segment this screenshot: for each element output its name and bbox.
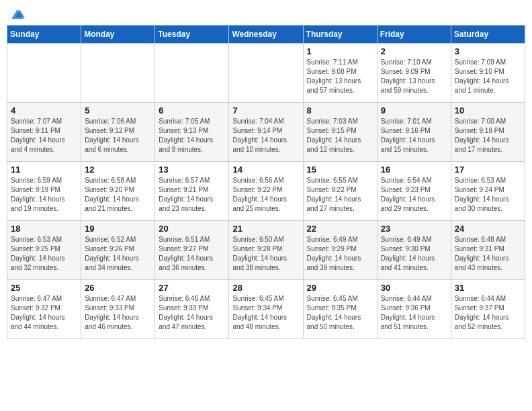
day-number: 25 bbox=[11, 283, 78, 293]
day-detail: Sunrise: 6:53 AM Sunset: 9:25 PM Dayligh… bbox=[11, 235, 78, 273]
col-header-tuesday: Tuesday bbox=[155, 25, 229, 43]
day-number: 5 bbox=[85, 105, 152, 116]
day-number: 8 bbox=[307, 105, 374, 116]
day-number: 17 bbox=[455, 165, 522, 175]
day-detail: Sunrise: 6:49 AM Sunset: 9:30 PM Dayligh… bbox=[381, 235, 448, 273]
day-detail: Sunrise: 7:06 AM Sunset: 9:12 PM Dayligh… bbox=[85, 117, 152, 154]
day-detail: Sunrise: 7:04 AM Sunset: 9:14 PM Dayligh… bbox=[232, 117, 300, 154]
day-detail: Sunrise: 6:45 AM Sunset: 9:34 PM Dayligh… bbox=[232, 294, 300, 332]
calendar-cell: 24Sunrise: 6:48 AM Sunset: 9:31 PM Dayli… bbox=[451, 220, 525, 279]
day-number: 2 bbox=[381, 46, 448, 56]
calendar-cell: 29Sunrise: 6:45 AM Sunset: 9:35 PM Dayli… bbox=[303, 279, 377, 338]
calendar-cell: 18Sunrise: 6:53 AM Sunset: 9:25 PM Dayli… bbox=[7, 220, 81, 279]
day-number: 3 bbox=[455, 46, 522, 56]
day-detail: Sunrise: 7:01 AM Sunset: 9:16 PM Dayligh… bbox=[381, 117, 448, 154]
col-header-sunday: Sunday bbox=[7, 25, 81, 43]
col-header-friday: Friday bbox=[377, 25, 451, 43]
day-detail: Sunrise: 7:05 AM Sunset: 9:13 PM Dayligh… bbox=[159, 117, 226, 154]
day-detail: Sunrise: 6:51 AM Sunset: 9:27 PM Dayligh… bbox=[159, 235, 226, 273]
calendar-cell: 30Sunrise: 6:44 AM Sunset: 9:36 PM Dayli… bbox=[377, 279, 451, 338]
calendar-cell bbox=[81, 43, 155, 102]
calendar-cell: 11Sunrise: 6:59 AM Sunset: 9:19 PM Dayli… bbox=[7, 161, 81, 220]
day-number: 23 bbox=[381, 224, 448, 234]
col-header-thursday: Thursday bbox=[303, 25, 377, 43]
day-detail: Sunrise: 6:44 AM Sunset: 9:36 PM Dayligh… bbox=[381, 294, 448, 332]
day-detail: Sunrise: 6:48 AM Sunset: 9:31 PM Dayligh… bbox=[455, 235, 522, 273]
page-header bbox=[7, 7, 525, 21]
calendar-cell: 12Sunrise: 6:58 AM Sunset: 9:20 PM Dayli… bbox=[81, 161, 155, 220]
day-number: 7 bbox=[232, 105, 300, 116]
day-number: 26 bbox=[85, 283, 152, 293]
day-number: 11 bbox=[11, 165, 78, 175]
day-number: 1 bbox=[307, 46, 374, 56]
day-detail: Sunrise: 6:47 AM Sunset: 9:32 PM Dayligh… bbox=[11, 294, 78, 332]
col-header-saturday: Saturday bbox=[451, 25, 525, 43]
day-detail: Sunrise: 6:57 AM Sunset: 9:21 PM Dayligh… bbox=[159, 176, 226, 214]
calendar-cell: 20Sunrise: 6:51 AM Sunset: 9:27 PM Dayli… bbox=[155, 220, 229, 279]
calendar-cell: 5Sunrise: 7:06 AM Sunset: 9:12 PM Daylig… bbox=[81, 102, 155, 161]
day-detail: Sunrise: 6:54 AM Sunset: 9:23 PM Dayligh… bbox=[381, 176, 448, 214]
day-detail: Sunrise: 6:45 AM Sunset: 9:35 PM Dayligh… bbox=[307, 294, 374, 332]
day-detail: Sunrise: 6:44 AM Sunset: 9:37 PM Dayligh… bbox=[455, 294, 522, 332]
calendar-cell: 10Sunrise: 7:00 AM Sunset: 9:18 PM Dayli… bbox=[451, 102, 525, 161]
day-number: 24 bbox=[455, 224, 522, 234]
calendar-cell: 21Sunrise: 6:50 AM Sunset: 9:28 PM Dayli… bbox=[229, 220, 303, 279]
day-detail: Sunrise: 6:50 AM Sunset: 9:28 PM Dayligh… bbox=[232, 235, 300, 273]
day-number: 15 bbox=[307, 165, 374, 175]
day-detail: Sunrise: 6:58 AM Sunset: 9:20 PM Dayligh… bbox=[85, 176, 152, 214]
calendar-cell: 2Sunrise: 7:10 AM Sunset: 9:09 PM Daylig… bbox=[377, 43, 451, 102]
calendar-cell: 27Sunrise: 6:46 AM Sunset: 9:33 PM Dayli… bbox=[155, 279, 229, 338]
day-detail: Sunrise: 7:07 AM Sunset: 9:11 PM Dayligh… bbox=[11, 117, 78, 154]
day-detail: Sunrise: 6:52 AM Sunset: 9:26 PM Dayligh… bbox=[85, 235, 152, 273]
calendar-cell: 9Sunrise: 7:01 AM Sunset: 9:16 PM Daylig… bbox=[377, 102, 451, 161]
day-number: 21 bbox=[232, 224, 300, 234]
calendar-cell: 28Sunrise: 6:45 AM Sunset: 9:34 PM Dayli… bbox=[229, 279, 303, 338]
calendar-table: SundayMondayTuesdayWednesdayThursdayFrid… bbox=[7, 25, 525, 339]
logo bbox=[9, 7, 26, 21]
day-number: 20 bbox=[159, 224, 226, 234]
day-number: 16 bbox=[381, 165, 448, 175]
logo-text bbox=[9, 7, 26, 22]
day-number: 4 bbox=[11, 105, 78, 116]
day-number: 28 bbox=[232, 283, 300, 293]
day-detail: Sunrise: 6:56 AM Sunset: 9:22 PM Dayligh… bbox=[232, 176, 300, 214]
col-header-wednesday: Wednesday bbox=[229, 25, 303, 43]
day-number: 19 bbox=[85, 224, 152, 234]
calendar-cell: 7Sunrise: 7:04 AM Sunset: 9:14 PM Daylig… bbox=[229, 102, 303, 161]
calendar-cell: 26Sunrise: 6:47 AM Sunset: 9:33 PM Dayli… bbox=[81, 279, 155, 338]
day-number: 13 bbox=[159, 165, 226, 175]
calendar-cell: 25Sunrise: 6:47 AM Sunset: 9:32 PM Dayli… bbox=[7, 279, 81, 338]
day-detail: Sunrise: 7:11 AM Sunset: 9:08 PM Dayligh… bbox=[307, 58, 374, 95]
day-number: 22 bbox=[307, 224, 374, 234]
day-detail: Sunrise: 7:10 AM Sunset: 9:09 PM Dayligh… bbox=[381, 58, 448, 95]
calendar-cell: 3Sunrise: 7:09 AM Sunset: 9:10 PM Daylig… bbox=[451, 43, 525, 102]
day-number: 31 bbox=[455, 283, 522, 293]
calendar-cell: 15Sunrise: 6:55 AM Sunset: 9:22 PM Dayli… bbox=[303, 161, 377, 220]
day-detail: Sunrise: 7:00 AM Sunset: 9:18 PM Dayligh… bbox=[455, 117, 522, 154]
day-detail: Sunrise: 6:47 AM Sunset: 9:33 PM Dayligh… bbox=[85, 294, 152, 332]
calendar-cell: 13Sunrise: 6:57 AM Sunset: 9:21 PM Dayli… bbox=[155, 161, 229, 220]
day-detail: Sunrise: 6:55 AM Sunset: 9:22 PM Dayligh… bbox=[307, 176, 374, 214]
calendar-cell: 19Sunrise: 6:52 AM Sunset: 9:26 PM Dayli… bbox=[81, 220, 155, 279]
day-number: 29 bbox=[307, 283, 374, 293]
day-number: 12 bbox=[85, 165, 152, 175]
day-number: 14 bbox=[232, 165, 300, 175]
day-detail: Sunrise: 7:03 AM Sunset: 9:15 PM Dayligh… bbox=[307, 117, 374, 154]
day-detail: Sunrise: 6:59 AM Sunset: 9:19 PM Dayligh… bbox=[11, 176, 78, 214]
calendar-cell bbox=[155, 43, 229, 102]
calendar-cell: 23Sunrise: 6:49 AM Sunset: 9:30 PM Dayli… bbox=[377, 220, 451, 279]
day-number: 27 bbox=[159, 283, 226, 293]
calendar-cell: 16Sunrise: 6:54 AM Sunset: 9:23 PM Dayli… bbox=[377, 161, 451, 220]
calendar-cell: 6Sunrise: 7:05 AM Sunset: 9:13 PM Daylig… bbox=[155, 102, 229, 161]
calendar-cell: 31Sunrise: 6:44 AM Sunset: 9:37 PM Dayli… bbox=[451, 279, 525, 338]
calendar-cell: 1Sunrise: 7:11 AM Sunset: 9:08 PM Daylig… bbox=[303, 43, 377, 102]
calendar-cell bbox=[229, 43, 303, 102]
day-detail: Sunrise: 7:09 AM Sunset: 9:10 PM Dayligh… bbox=[455, 58, 522, 95]
day-number: 6 bbox=[159, 105, 226, 116]
day-number: 30 bbox=[381, 283, 448, 293]
col-header-monday: Monday bbox=[81, 25, 155, 43]
day-number: 10 bbox=[455, 105, 522, 116]
day-number: 9 bbox=[381, 105, 448, 116]
calendar-cell: 4Sunrise: 7:07 AM Sunset: 9:11 PM Daylig… bbox=[7, 102, 81, 161]
calendar-cell: 14Sunrise: 6:56 AM Sunset: 9:22 PM Dayli… bbox=[229, 161, 303, 220]
